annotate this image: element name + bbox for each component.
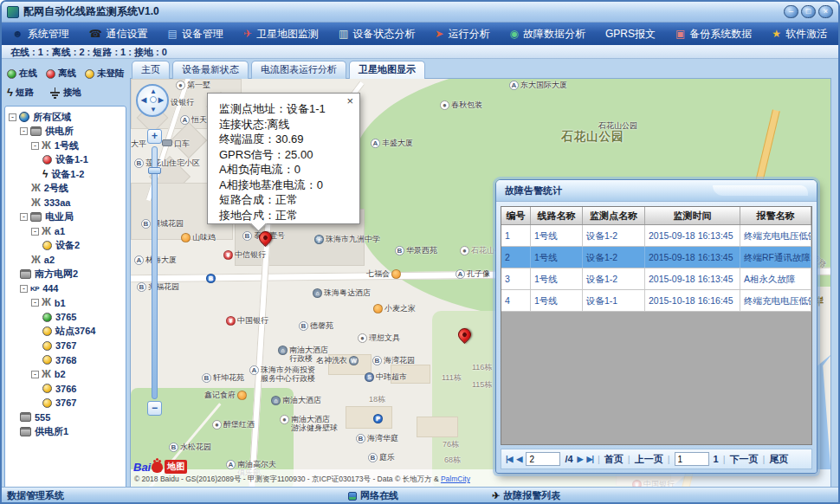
tree-item-3767[interactable]: 3767 <box>7 339 126 353</box>
zoom-slider-track[interactable] <box>152 146 158 399</box>
table-cell: 设备1-2 <box>583 247 645 268</box>
tab-3[interactable]: 电流图表运行分析 <box>251 61 346 79</box>
tree-item-333aa[interactable]: Ж333aa <box>7 196 126 210</box>
tree-item-a1[interactable]: -Жa1 <box>7 224 126 239</box>
tree-item-所有区域[interactable]: -所有区域 <box>7 110 126 125</box>
tree-item-label: 电业局 <box>45 210 74 223</box>
pan-down-icon[interactable]: ▼ <box>150 106 157 113</box>
tab-4[interactable]: 卫星地图显示 <box>349 61 425 79</box>
expand-toggle-icon[interactable]: - <box>20 213 28 221</box>
tree-item-555[interactable]: 555 <box>7 410 126 425</box>
poi-text: 115栋 <box>472 380 492 389</box>
tree-item-a2[interactable]: Жa2 <box>7 253 126 268</box>
map-poi-label: ●南油大酒店游泳健身壁球 <box>280 415 338 432</box>
tree-item-444[interactable]: -KP444 <box>7 281 126 296</box>
table-cell: A相永久故障 <box>740 268 811 289</box>
poi-text: 鑫记食府 <box>204 391 236 399</box>
first-page-button[interactable]: 首页 <box>604 453 624 466</box>
tree-item-label: 南方电网2 <box>35 268 78 281</box>
expand-toggle-icon[interactable]: - <box>31 371 39 378</box>
expand-toggle-icon[interactable]: - <box>31 299 39 307</box>
menu-item-3[interactable]: ▤设备管理 <box>168 27 223 42</box>
table-row[interactable]: 41号线设备1-12015-10-18 16:16:45终端充电电压低告警信号 <box>501 290 811 312</box>
table-row[interactable]: 21号线设备1-22015-09-18 16:13:45终端RF通讯故障 <box>501 247 811 268</box>
tree-item-站点3764[interactable]: 站点3764 <box>7 325 126 339</box>
tree-item-设备1-2[interactable]: ϟ设备1-2 <box>7 167 126 182</box>
table-row[interactable]: 31号线设备1-22015-09-18 16:13:45A相永久故障 <box>501 268 811 290</box>
next-page-icon[interactable]: ▶ <box>578 455 583 463</box>
expand-toggle-icon[interactable]: - <box>31 228 39 236</box>
tree-item-供电所1[interactable]: 供电所1 <box>7 424 126 439</box>
expand-toggle-icon[interactable]: - <box>20 285 28 293</box>
tree-item-供电所[interactable]: -供电所 <box>7 125 126 139</box>
expand-toggle-icon[interactable]: - <box>31 142 39 150</box>
poi-text: 南油高尔夫 <box>237 460 276 468</box>
blueB-icon: B <box>137 282 146 292</box>
goto-page-input[interactable] <box>675 452 709 466</box>
tree-item-b1[interactable]: -Жb1 <box>7 296 126 311</box>
metro-icon: B <box>206 274 216 283</box>
map-pan-control[interactable]: ▲ ▼ ◀ ▶ <box>136 84 169 117</box>
tree-item-3765[interactable]: 3765 <box>7 310 126 325</box>
tree-item-3766[interactable]: 3766 <box>7 382 126 397</box>
close-button[interactable]: × <box>818 5 833 18</box>
menu-item-6[interactable]: ➤运行分析 <box>435 27 489 42</box>
device-status-icon <box>42 155 52 165</box>
tree-item-南方电网2[interactable]: 南方电网2 <box>7 268 126 282</box>
column-header[interactable]: 编号 <box>501 207 531 224</box>
pan-center-icon[interactable] <box>150 96 157 103</box>
first-page-icon[interactable]: |◀ <box>506 455 512 463</box>
menu-item-2[interactable]: ☎通信设置 <box>89 27 148 42</box>
table-row[interactable]: 11号线设备1-22015-09-18 16:13:45终端充电电压低告警信号 <box>501 225 811 247</box>
next-page-button[interactable]: 下一页 <box>730 453 759 466</box>
page-number-input[interactable] <box>526 452 560 466</box>
blueB-icon: B <box>141 219 151 229</box>
column-header[interactable]: 报警名称 <box>740 207 811 224</box>
expand-toggle-icon[interactable]: - <box>20 127 28 135</box>
tree-item-b2[interactable]: -Жb2 <box>7 367 126 382</box>
pan-left-icon[interactable]: ◀ <box>141 96 146 104</box>
tab-1[interactable]: 主页 <box>132 61 170 79</box>
zoom-in-button[interactable]: + <box>147 129 162 144</box>
popup-close-icon[interactable]: × <box>346 96 353 107</box>
prev-page-icon[interactable]: ◀ <box>516 455 521 463</box>
statusbar-alarm-list[interactable]: ✈故障报警列表 <box>492 489 560 502</box>
poi-text: 山味鸡 <box>192 233 216 242</box>
tab-2[interactable]: 设备最新状态 <box>172 61 249 79</box>
tree-item-1号线[interactable]: -Ж1号线 <box>7 139 126 153</box>
tree-item-设备1-1[interactable]: 设备1-1 <box>7 153 126 168</box>
tree-item-3768[interactable]: 3768 <box>7 353 126 368</box>
tree-item-2号线[interactable]: Ж2号线 <box>7 182 126 197</box>
poi-text: 设银行 <box>171 98 194 107</box>
menu-item-8[interactable]: GPRS报文 <box>605 27 656 42</box>
expand-toggle-icon[interactable]: - <box>9 113 16 121</box>
bus-icon <box>162 139 172 146</box>
blueB-icon: B <box>395 246 404 255</box>
tree-item-3767[interactable]: 3767 <box>7 396 126 410</box>
pan-up-icon[interactable]: ▲ <box>150 87 157 95</box>
zoom-slider-thumb[interactable] <box>148 167 161 174</box>
menu-item-7[interactable]: ◉故障数据分析 <box>509 27 585 42</box>
last-page-icon[interactable]: ▶| <box>586 455 592 463</box>
tree-item-设备2[interactable]: 设备2 <box>7 239 126 254</box>
column-header[interactable]: 线路名称 <box>531 207 583 224</box>
alarm-panel-title[interactable]: 故障告警统计 <box>496 180 817 202</box>
menu-item-5[interactable]: ▥设备状态分析 <box>339 27 415 42</box>
prev-page-button[interactable]: 上一页 <box>635 453 663 466</box>
menu-item-9[interactable]: ▣备份系统数据 <box>675 27 752 42</box>
palmcity-link[interactable]: PalmCity <box>441 475 470 483</box>
column-header[interactable]: 监测点名称 <box>583 207 645 224</box>
menu-item-10[interactable]: ★软件激活 <box>772 27 827 42</box>
menu-item-4[interactable]: ✈卫星地图监测 <box>243 27 319 42</box>
poi-text: 丰盛大厦 <box>382 139 413 147</box>
dot-icon: ● <box>460 246 469 255</box>
bank-icon: ¥ <box>223 250 233 260</box>
minimize-button[interactable]: – <box>784 5 798 18</box>
tree-item-电业局[interactable]: -电业局 <box>7 210 126 225</box>
column-header[interactable]: 监测时间 <box>645 207 740 224</box>
menu-item-1[interactable]: ☻系统管理 <box>12 27 69 42</box>
last-page-button[interactable]: 尾页 <box>769 453 788 466</box>
pan-right-icon[interactable]: ▶ <box>158 96 164 104</box>
zoom-out-button[interactable]: − <box>147 401 162 416</box>
maximize-button[interactable]: □ <box>801 5 816 18</box>
